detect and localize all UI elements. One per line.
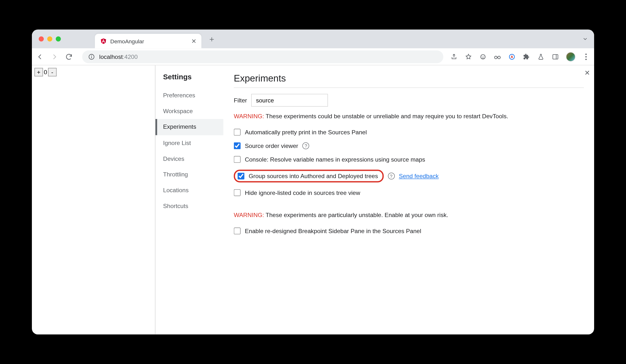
glasses-icon[interactable] (494, 53, 501, 61)
tab-overflow-button[interactable] (582, 36, 588, 42)
experiment-label: Enable re-designed Breakpoint Sidebar Pa… (245, 227, 421, 234)
experiment-row: Source order viewer? (234, 139, 584, 152)
share-icon[interactable] (450, 53, 458, 61)
experiment-row: Console: Resolve variable names in expre… (234, 152, 584, 166)
experiment-row: Group sources into Authored and Deployed… (234, 166, 584, 186)
experiment-row: Hide ignore-listed code in sources tree … (234, 186, 584, 200)
chevron-down-icon (582, 36, 588, 42)
svg-point-8 (495, 56, 497, 59)
extensions-icon[interactable] (523, 53, 530, 61)
sidebar-item-ignore-list[interactable]: Ignore List (163, 135, 223, 151)
profile-avatar[interactable] (566, 52, 576, 61)
warning-very-unstable: WARNING: These experiments are particula… (234, 212, 584, 218)
browser-toolbar: localhost:4200 (32, 48, 594, 66)
devtools-settings-panel: ✕ Settings PreferencesWorkspaceExperimen… (156, 66, 594, 334)
angular-devtools-icon[interactable] (508, 53, 516, 61)
decrement-button[interactable]: - (48, 68, 56, 76)
toolbar-actions (450, 52, 590, 61)
labs-icon[interactable] (537, 53, 545, 61)
browser-tab[interactable]: DemoAngular ✕ (95, 34, 201, 48)
sidebar-item-preferences[interactable]: Preferences (163, 88, 223, 103)
experiment-checkbox[interactable] (234, 129, 241, 136)
experiment-checkbox[interactable] (237, 173, 244, 180)
experiment-label: Console: Resolve variable names in expre… (245, 156, 425, 163)
panel-icon[interactable] (551, 53, 559, 61)
settings-sidebar: Settings PreferencesWorkspaceExperiments… (156, 66, 224, 334)
window-minimize-button[interactable] (47, 36, 52, 42)
experiments-heading: Experiments (234, 73, 584, 88)
filter-input[interactable] (251, 94, 328, 107)
close-settings-button[interactable]: ✕ (584, 69, 590, 77)
new-tab-button[interactable]: ＋ (206, 33, 218, 45)
tab-title: DemoAngular (110, 38, 188, 44)
window-controls (39, 36, 61, 42)
highlighted-experiment: Group sources into Authored and Deployed… (234, 170, 384, 182)
filter-label: Filter (234, 97, 247, 104)
experiment-label: Group sources into Authored and Deployed… (249, 173, 378, 180)
tab-close-icon[interactable]: ✕ (191, 38, 196, 44)
arrow-left-icon (36, 53, 44, 61)
svg-point-15 (585, 56, 587, 57)
filter-row: Filter (234, 94, 584, 107)
sidebar-item-experiments[interactable]: Experiments (156, 119, 223, 135)
experiment-label: Source order viewer (245, 142, 298, 149)
sidebar-item-throttling[interactable]: Throttling (163, 167, 223, 182)
address-bar[interactable]: localhost:4200 (82, 50, 443, 63)
svg-point-9 (498, 56, 500, 59)
tab-strip: DemoAngular ✕ ＋ (32, 30, 594, 48)
settings-title: Settings (163, 73, 223, 81)
svg-point-16 (585, 58, 587, 60)
experiment-checkbox[interactable] (234, 189, 241, 196)
browser-window: DemoAngular ✕ ＋ localhost:4200 (32, 30, 594, 334)
url-host: localhost:4200 (99, 53, 138, 61)
angular-icon (100, 38, 107, 44)
site-info-icon[interactable] (88, 53, 95, 60)
counter-value: 0 (43, 69, 48, 76)
bookmark-star-icon[interactable] (465, 53, 472, 61)
experiment-checkbox[interactable] (234, 142, 241, 149)
counter-widget: + 0 - (35, 68, 153, 76)
experiment-label: Automatically pretty print in the Source… (245, 129, 367, 136)
kebab-menu-icon[interactable] (582, 53, 590, 61)
svg-rect-12 (553, 54, 558, 59)
incognito-icon[interactable] (479, 53, 487, 61)
warning-unstable: WARNING: These experiments could be unst… (234, 113, 584, 119)
window-close-button[interactable] (39, 36, 44, 42)
svg-point-14 (585, 53, 587, 55)
sidebar-item-devices[interactable]: Devices (163, 151, 223, 167)
window-maximize-button[interactable] (56, 36, 61, 42)
svg-point-6 (482, 56, 482, 56)
svg-marker-1 (103, 38, 106, 44)
svg-point-4 (91, 55, 92, 55)
experiment-checkbox[interactable] (234, 156, 241, 163)
page-viewport: + 0 - (32, 66, 156, 334)
reload-icon (65, 53, 73, 61)
content-area: + 0 - ✕ Settings PreferencesWorkspaceExp… (32, 66, 594, 334)
experiment-label: Hide ignore-listed code in sources tree … (245, 189, 360, 196)
arrow-right-icon (51, 53, 58, 61)
help-icon[interactable]: ? (303, 142, 309, 149)
send-feedback-link[interactable]: Send feedback (399, 173, 439, 180)
back-button[interactable] (36, 53, 46, 61)
sidebar-item-shortcuts[interactable]: Shortcuts (163, 198, 223, 214)
svg-point-5 (481, 54, 485, 59)
increment-button[interactable]: + (35, 68, 43, 76)
experiment-checkbox[interactable] (234, 227, 241, 234)
svg-point-7 (483, 56, 484, 56)
settings-main: Experiments Filter WARNING: These experi… (224, 66, 594, 334)
experiment-row: Enable re-designed Breakpoint Sidebar Pa… (234, 224, 584, 238)
forward-button[interactable] (51, 53, 61, 61)
reload-button[interactable] (65, 53, 76, 61)
help-icon[interactable]: ? (388, 173, 394, 180)
experiment-row: Automatically pretty print in the Source… (234, 125, 584, 139)
sidebar-item-locations[interactable]: Locations (163, 182, 223, 198)
sidebar-item-workspace[interactable]: Workspace (163, 103, 223, 119)
